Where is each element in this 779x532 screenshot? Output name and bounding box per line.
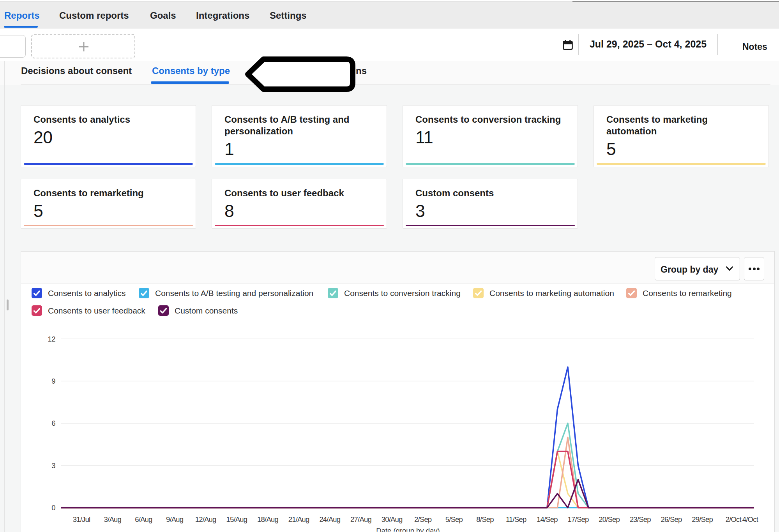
svg-text:0: 0 [51,504,55,512]
svg-text:20/Sep: 20/Sep [599,515,620,523]
svg-text:17/Sep: 17/Sep [568,515,589,523]
svg-text:27/Aug: 27/Aug [350,515,371,523]
svg-text:15/Aug: 15/Aug [226,515,247,523]
svg-text:30/Aug: 30/Aug [382,515,403,523]
svg-text:18/Aug: 18/Aug [257,515,278,523]
svg-text:2/Sep: 2/Sep [414,515,432,523]
svg-text:5/Sep: 5/Sep [445,515,463,523]
svg-text:9: 9 [51,377,55,385]
svg-text:21/Aug: 21/Aug [288,515,309,523]
svg-text:26/Sep: 26/Sep [661,515,682,523]
svg-text:6: 6 [51,419,55,427]
svg-text:Date (group by day): Date (group by day) [376,527,440,532]
svg-text:9/Aug: 9/Aug [166,515,184,523]
svg-text:8/Sep: 8/Sep [476,515,494,523]
svg-text:29/Sep: 29/Sep [692,515,713,523]
svg-text:24/Aug: 24/Aug [319,515,340,523]
svg-text:3: 3 [51,462,55,470]
svg-text:11/Sep: 11/Sep [506,515,526,523]
svg-text:2/Oct: 2/Oct [726,515,742,523]
svg-text:4/Oct: 4/Oct [742,515,758,523]
svg-text:6/Aug: 6/Aug [135,515,152,523]
svg-text:12: 12 [48,335,55,343]
svg-text:14/Sep: 14/Sep [537,515,558,523]
svg-text:3/Aug: 3/Aug [104,515,122,523]
svg-text:23/Sep: 23/Sep [630,515,651,523]
svg-text:31/Jul: 31/Jul [73,515,90,523]
svg-text:12/Aug: 12/Aug [195,515,216,523]
